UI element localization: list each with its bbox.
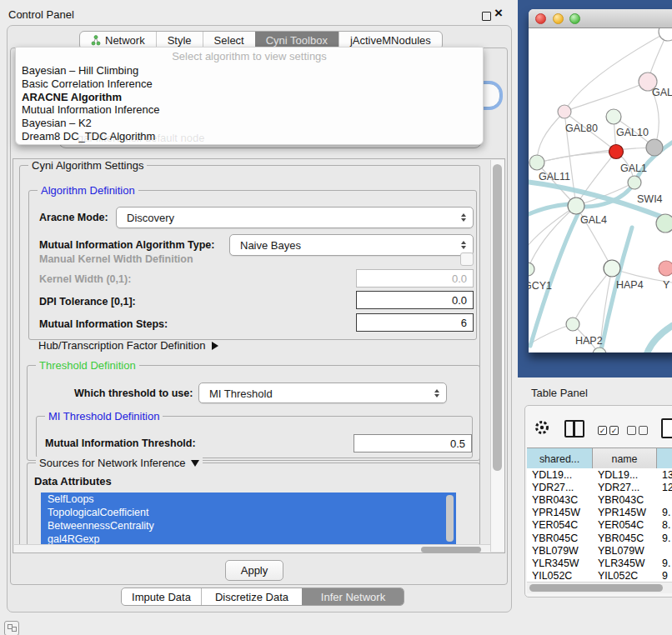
network-node[interactable] <box>609 145 624 159</box>
settings-hscrollbar[interactable] <box>14 544 490 553</box>
popup-option[interactable]: Basic Correlation Inference <box>16 78 483 91</box>
network-node-label: GCY1 <box>529 280 552 292</box>
popup-option[interactable]: Mutual Information Inference <box>16 103 483 117</box>
table-column-header[interactable] <box>657 448 672 469</box>
algorithm-definition-group: Algorithm Definition Aracne Mode: Discov… <box>28 190 477 340</box>
list-scrollbar-thumb[interactable] <box>446 495 454 542</box>
table-cell: 13 <box>657 469 672 481</box>
network-node[interactable] <box>529 155 544 170</box>
mi-threshold-label: Mutual Information Threshold: <box>45 438 196 449</box>
table-hscrollbar-thumb[interactable] <box>529 584 663 592</box>
table-cell: YLR345W <box>527 558 593 569</box>
hide-columns-icon[interactable] <box>627 426 648 435</box>
table-row[interactable]: YPR145WYPR145W9. <box>527 507 672 519</box>
show-columns-icon[interactable]: ✓✓ <box>598 426 619 435</box>
table-cell: YDL19... <box>527 469 593 481</box>
cyni-settings-group-title: Cyni Algorithm Settings <box>28 159 147 172</box>
mi-type-combo[interactable]: Naive Bayes <box>229 234 474 256</box>
table-row[interactable]: YLR345WYLR345W9. <box>527 557 672 569</box>
table-column-header[interactable]: shared... <box>527 448 593 469</box>
popup-option[interactable]: Bayesian – K2 <box>16 117 483 130</box>
hub-definition-toggle[interactable]: Hub/Transcription Factor Definition <box>38 339 218 352</box>
popup-option[interactable]: Bayesian – Hill Climbing <box>16 64 483 78</box>
settings-vscrollbar-thumb[interactable] <box>493 164 502 471</box>
settings-hscrollbar-thumb[interactable] <box>421 547 481 552</box>
network-node[interactable] <box>646 139 663 156</box>
docked-panel-icon[interactable] <box>4 621 19 635</box>
mi-steps-label: Mutual Information Steps: <box>39 318 168 330</box>
network-icon <box>91 35 101 46</box>
network-node[interactable] <box>656 214 672 232</box>
network-node-labels: GALGAL80GAL10GAL1GAL11SWI4GAL4GCY1HAP4YH… <box>529 87 672 347</box>
list-scrollbar[interactable] <box>446 495 454 543</box>
network-node-label: SWI4 <box>637 193 663 205</box>
bottom-tab-impute-data[interactable]: Impute Data <box>122 588 201 605</box>
columns-icon[interactable] <box>564 420 584 438</box>
gear-icon[interactable] <box>534 419 550 436</box>
table-cell: 8. <box>657 519 672 531</box>
mac-close-button[interactable] <box>535 13 546 24</box>
popup-option[interactable]: ARACNE Algorithm <box>16 91 483 104</box>
mi-steps-field[interactable]: 6 <box>356 313 474 332</box>
mi-threshold-field[interactable]: 0.5 <box>354 434 472 452</box>
network-node[interactable] <box>558 105 571 118</box>
network-node[interactable] <box>659 28 672 41</box>
network-node[interactable] <box>568 198 584 214</box>
network-node[interactable] <box>604 260 620 277</box>
attribute-list-item[interactable]: BetweennessCentrality <box>41 519 456 532</box>
network-node[interactable] <box>529 262 534 276</box>
which-threshold-value: MI Threshold <box>209 387 273 399</box>
table-header: shared...name <box>527 448 672 470</box>
network-canvas[interactable]: GALGAL80GAL10GAL1GAL11SWI4GAL4GCY1HAP4YH… <box>529 28 672 352</box>
table-row[interactable]: YBR045CYBR045C9. <box>527 532 672 544</box>
aracne-mode-combo[interactable]: Discovery <box>116 207 474 228</box>
apply-button[interactable]: Apply <box>225 560 283 581</box>
popup-prompt: Select algorithm to view settings <box>16 48 483 62</box>
table-cell: YBR045C <box>527 532 593 544</box>
which-threshold-combo[interactable]: MI Threshold <box>198 382 447 403</box>
table-row[interactable]: YBR043CYBR043C <box>527 493 672 506</box>
settings-vscrollbar[interactable] <box>490 160 504 552</box>
threshold-definition-title: Threshold Definition <box>36 359 139 372</box>
settings-scroll-viewport: Cyni Algorithm Settings Algorithm Defini… <box>13 158 505 553</box>
network-node[interactable] <box>659 261 672 276</box>
network-node-label: HAP4 <box>616 279 644 291</box>
network-node[interactable] <box>606 109 621 124</box>
combo-stepper-icon <box>434 389 439 398</box>
table-row[interactable]: YDL19...YDL19...13 <box>527 468 672 481</box>
mac-minimize-button[interactable] <box>553 13 564 24</box>
table-column-header[interactable]: name <box>593 448 657 469</box>
mac-zoom-button[interactable] <box>569 13 580 24</box>
table-hscrollbar[interactable] <box>527 582 672 593</box>
attribute-list-item[interactable]: TopologicalCoefficient <box>41 506 456 519</box>
sources-group: Sources for Network Inference Data Attri… <box>27 462 480 553</box>
new-file-icon[interactable] <box>661 418 672 438</box>
kernel-width-field[interactable]: 0.0 <box>356 269 474 288</box>
table-row[interactable]: YDR27...YDR27...12 <box>527 481 672 493</box>
bottom-tab-infer-network[interactable]: Infer Network <box>302 588 404 605</box>
table-cell: YBR043C <box>527 494 593 506</box>
expanded-arrow-icon <box>191 460 199 467</box>
network-node-label: GAL <box>652 87 672 98</box>
network-node[interactable] <box>628 176 641 189</box>
table-cell: YBL079W <box>527 545 593 557</box>
table-cell: 9. <box>657 507 672 518</box>
attribute-list-item[interactable]: SelfLoops <box>41 492 456 506</box>
threshold-definition-group: Threshold Definition Which threshold to … <box>27 365 480 461</box>
table-row[interactable]: YBL079WYBL079W <box>527 544 672 557</box>
table-cell: 9. <box>657 558 672 569</box>
float-window-icon[interactable] <box>482 12 491 21</box>
table-row[interactable]: YER054CYER054C8. <box>527 519 672 532</box>
table-panel-title: Table Panel <box>531 387 588 399</box>
sources-group-header[interactable]: Sources for Network Inference <box>36 457 203 469</box>
manual-kernel-checkbox[interactable] <box>460 252 474 266</box>
table-row[interactable]: YIL052CYIL052C9 <box>527 570 672 582</box>
network-node[interactable] <box>566 318 579 331</box>
aracne-mode-value: Discovery <box>127 212 174 224</box>
bottom-tab-discretize-data[interactable]: Discretize Data <box>201 588 302 605</box>
network-window-titlebar[interactable] <box>529 9 672 28</box>
table-cell: YDR27... <box>593 482 657 493</box>
table-panel: ✓✓ shared...name YDL19...YDL19...13YDR27… <box>524 405 672 598</box>
close-panel-icon[interactable]: × <box>494 5 503 22</box>
dpi-tolerance-field[interactable]: 0.0 <box>356 291 474 309</box>
